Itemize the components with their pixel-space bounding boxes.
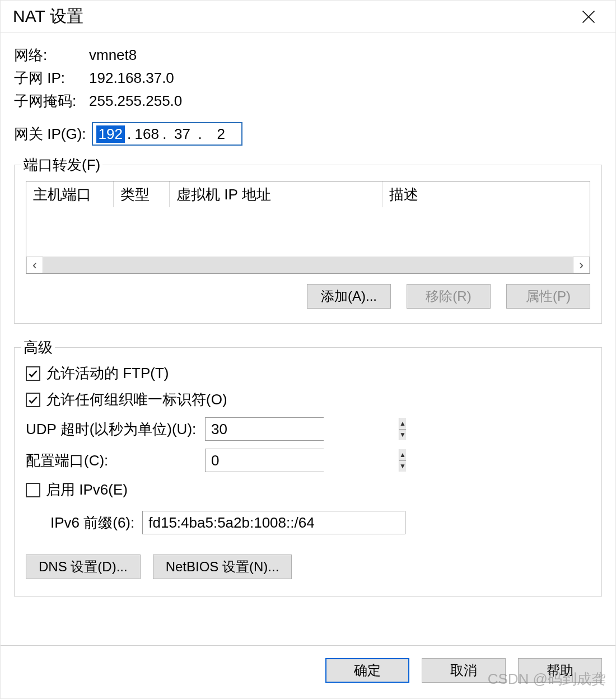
ok-button[interactable]: 确定 (325, 658, 409, 683)
udp-timeout-spinner[interactable]: ▲ ▼ (205, 417, 324, 441)
checkmark-icon (27, 394, 39, 406)
subnet-mask-label: 子网掩码: (14, 91, 89, 111)
subnet-mask-value: 255.255.255.0 (89, 92, 182, 110)
gateway-octet-4[interactable]: 2 (204, 125, 238, 143)
network-value: vmnet8 (89, 46, 137, 64)
gateway-row: 网关 IP(G): 192 . 168 . 37 . 2 (14, 122, 602, 146)
advanced-legend: 高级 (21, 338, 55, 357)
spin-down-icon[interactable]: ▼ (399, 461, 406, 472)
allow-oui-checkbox[interactable] (26, 393, 40, 407)
col-host-port[interactable]: 主机端口 (26, 181, 114, 207)
allow-ftp-label: 允许活动的 FTP(T) (46, 364, 169, 383)
gateway-label: 网关 IP(G): (14, 124, 86, 144)
spin-down-icon[interactable]: ▼ (399, 430, 406, 441)
spin-up-icon[interactable]: ▲ (399, 449, 406, 461)
port-forwarding-legend: 端口转发(F) (21, 155, 102, 175)
remove-button[interactable]: 移除(R) (407, 284, 491, 309)
network-row: 网络: vmnet8 (14, 45, 602, 65)
add-button[interactable]: 添加(A)... (307, 284, 391, 309)
gateway-octet-2[interactable]: 168 (133, 125, 160, 143)
col-vm-ip[interactable]: 虚拟机 IP 地址 (170, 181, 382, 207)
dialog-body: 网络: vmnet8 子网 IP: 192.168.37.0 子网掩码: 255… (1, 33, 615, 645)
enable-ipv6-row: 启用 IPv6(E) (26, 480, 590, 500)
scroll-left-icon[interactable]: ‹ (26, 257, 43, 273)
gateway-octet-3[interactable]: 37 (169, 125, 195, 143)
ipv6-prefix-input[interactable] (142, 511, 405, 534)
config-port-input[interactable] (206, 449, 399, 472)
enable-ipv6-label: 启用 IPv6(E) (46, 480, 128, 500)
scroll-track[interactable] (43, 257, 573, 273)
port-forward-buttons: 添加(A)... 移除(R) 属性(P) (26, 284, 590, 309)
allow-ftp-row: 允许活动的 FTP(T) (26, 364, 590, 383)
subnet-ip-label: 子网 IP: (14, 68, 89, 88)
subnet-ip-row: 子网 IP: 192.168.37.0 (14, 68, 602, 88)
config-port-spinner[interactable]: ▲ ▼ (205, 449, 324, 472)
dialog-footer: 确定 取消 帮助 (1, 645, 615, 698)
subnet-mask-row: 子网掩码: 255.255.255.0 (14, 91, 602, 111)
col-description[interactable]: 描述 (382, 181, 590, 207)
list-body[interactable] (26, 207, 590, 257)
config-port-label: 配置端口(C): (26, 451, 205, 470)
port-forward-list[interactable]: 主机端口 类型 虚拟机 IP 地址 描述 ‹ › (26, 181, 590, 274)
advanced-group: 高级 允许活动的 FTP(T) 允许任何组织唯一标识符(O) UDP 超时(以秒… (14, 347, 602, 597)
udp-timeout-row: UDP 超时(以秒为单位)(U): ▲ ▼ (26, 417, 590, 441)
nat-settings-dialog: NAT 设置 网络: vmnet8 子网 IP: 192.168.37.0 子网… (0, 0, 616, 699)
help-button[interactable]: 帮助 (518, 658, 602, 683)
dns-settings-button[interactable]: DNS 设置(D)... (26, 554, 141, 579)
scroll-right-icon[interactable]: › (573, 257, 590, 273)
window-title: NAT 设置 (13, 5, 83, 28)
udp-timeout-label: UDP 超时(以秒为单位)(U): (26, 420, 205, 439)
netbios-settings-button[interactable]: NetBIOS 设置(N)... (153, 554, 292, 579)
properties-button[interactable]: 属性(P) (506, 284, 590, 309)
enable-ipv6-checkbox[interactable] (26, 483, 40, 497)
col-type[interactable]: 类型 (114, 181, 170, 207)
close-icon (581, 9, 596, 25)
allow-oui-row: 允许任何组织唯一标识符(O) (26, 390, 590, 409)
advanced-buttons: DNS 设置(D)... NetBIOS 设置(N)... (26, 554, 590, 579)
close-button[interactable] (574, 2, 603, 31)
network-label: 网络: (14, 45, 89, 65)
config-port-row: 配置端口(C): ▲ ▼ (26, 449, 590, 472)
allow-oui-label: 允许任何组织唯一标识符(O) (46, 390, 227, 409)
allow-ftp-checkbox[interactable] (26, 366, 40, 381)
port-forwarding-group: 端口转发(F) 主机端口 类型 虚拟机 IP 地址 描述 ‹ › 添加(A)..… (14, 165, 602, 324)
ipv6-prefix-row: IPv6 前缀(6): (50, 511, 590, 534)
ipv6-prefix-label: IPv6 前缀(6): (50, 513, 134, 533)
list-hscrollbar[interactable]: ‹ › (26, 257, 590, 273)
gateway-octet-1[interactable]: 192 (96, 125, 125, 143)
udp-timeout-input[interactable] (206, 418, 399, 440)
gateway-ip-input[interactable]: 192 . 168 . 37 . 2 (92, 122, 242, 146)
titlebar: NAT 设置 (1, 1, 615, 33)
subnet-ip-value: 192.168.37.0 (89, 69, 174, 87)
cancel-button[interactable]: 取消 (422, 658, 506, 683)
checkmark-icon (27, 368, 39, 379)
spin-up-icon[interactable]: ▲ (399, 418, 406, 430)
list-header: 主机端口 类型 虚拟机 IP 地址 描述 (26, 181, 590, 207)
